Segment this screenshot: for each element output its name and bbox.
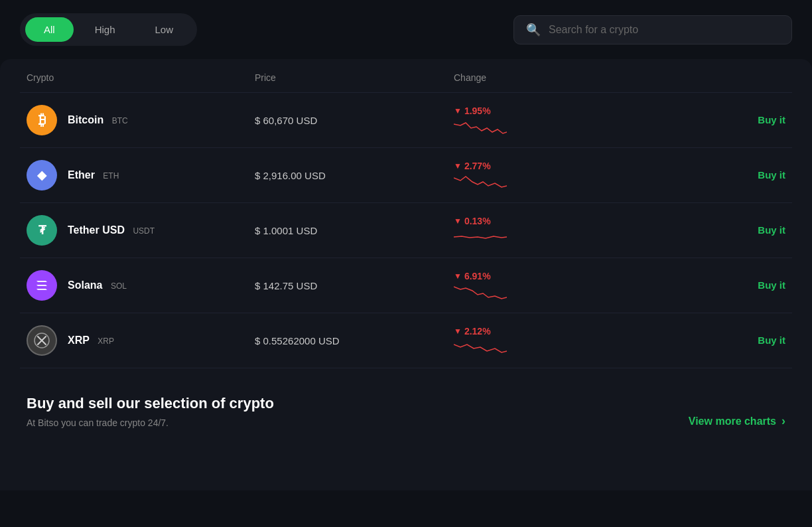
chevron-right-icon: ›: [781, 414, 785, 428]
table-row: ₿ Bitcoin BTC $ 60,670 USD ▼ 1.95% Buy i…: [20, 93, 792, 148]
filter-tabs: All High Low: [20, 13, 197, 46]
tether-change-cell: ▼ 0.13%: [454, 216, 653, 245]
down-arrow-icon: ▼: [454, 106, 462, 115]
bitcoin-sparkline: [454, 119, 507, 135]
bitcoin-buy-button[interactable]: Buy it: [758, 114, 785, 125]
table-row: XRP XRP $ 0.55262000 USD ▼ 2.12% Buy it: [20, 313, 792, 368]
table-header: Crypto Price Change: [20, 59, 792, 93]
main-content: Crypto Price Change ₿ Bitcoin BTC $ 60,6…: [0, 59, 812, 490]
solana-buy-button[interactable]: Buy it: [758, 279, 785, 291]
view-more-charts-link[interactable]: View more charts ›: [689, 414, 785, 428]
filter-all[interactable]: All: [25, 17, 74, 42]
bitcoin-icon: ₿: [27, 105, 57, 135]
xrp-change: ▼ 2.12%: [454, 326, 653, 337]
down-arrow-icon: ▼: [454, 271, 462, 281]
ether-sparkline: [454, 174, 507, 190]
tether-ticker: USDT: [133, 226, 155, 236]
ether-ticker: ETH: [103, 171, 119, 181]
xrp-buy-cell: Buy it: [653, 335, 785, 346]
ether-change: ▼ 2.77%: [454, 161, 653, 171]
crypto-info-bitcoin: ₿ Bitcoin BTC: [27, 105, 255, 135]
view-more-label: View more charts: [689, 415, 776, 427]
footer-text: Buy and sell our selection of crypto At …: [27, 395, 274, 428]
xrp-change-cell: ▼ 2.12%: [454, 326, 653, 355]
footer-section: Buy and sell our selection of crypto At …: [20, 368, 792, 428]
solana-buy-cell: Buy it: [653, 279, 785, 291]
filter-high[interactable]: High: [76, 17, 134, 42]
xrp-price: $ 0.55262000 USD: [255, 335, 454, 346]
bitcoin-ticker: BTC: [112, 116, 128, 125]
xrp-ticker: XRP: [98, 337, 114, 346]
solana-change: ▼ 6.91%: [454, 271, 653, 281]
solana-name: Solana: [68, 279, 102, 291]
col-crypto: Crypto: [27, 72, 255, 83]
crypto-info-ether: ◆ Ether ETH: [27, 160, 255, 190]
ether-buy-cell: Buy it: [653, 169, 785, 181]
col-change: Change: [454, 72, 653, 83]
filter-low[interactable]: Low: [137, 17, 192, 42]
solana-change-cell: ▼ 6.91%: [454, 271, 653, 300]
tether-buy-cell: Buy it: [653, 224, 785, 236]
top-bar: All High Low 🔍: [0, 0, 812, 59]
footer-heading: Buy and sell our selection of crypto: [27, 395, 274, 412]
down-arrow-icon: ▼: [454, 216, 462, 226]
col-price: Price: [255, 72, 454, 83]
crypto-info-solana: Solana SOL: [27, 270, 255, 301]
table-row: ₮ Tether USD USDT $ 1.0001 USD ▼ 0.13% B…: [20, 203, 792, 258]
crypto-info-tether: ₮ Tether USD USDT: [27, 215, 255, 246]
down-arrow-icon: ▼: [454, 161, 462, 171]
table-row: ◆ Ether ETH $ 2,916.00 USD ▼ 2.77% Buy i…: [20, 148, 792, 203]
search-input[interactable]: [549, 24, 779, 36]
bitcoin-change: ▼ 1.95%: [454, 106, 653, 116]
crypto-info-xrp: XRP XRP: [27, 325, 255, 356]
ether-change-cell: ▼ 2.77%: [454, 161, 653, 190]
ether-buy-button[interactable]: Buy it: [758, 169, 785, 181]
bitcoin-change-cell: ▼ 1.95%: [454, 106, 653, 135]
table-row: Solana SOL $ 142.75 USD ▼ 6.91% Buy it: [20, 258, 792, 313]
bitcoin-buy-cell: Buy it: [653, 114, 785, 126]
bitcoin-name: Bitcoin: [68, 114, 103, 125]
bitcoin-price: $ 60,670 USD: [255, 115, 454, 126]
xrp-sparkline: [454, 339, 507, 355]
tether-name: Tether USD: [68, 224, 125, 236]
xrp-buy-button[interactable]: Buy it: [758, 335, 785, 346]
tether-price: $ 1.0001 USD: [255, 225, 454, 236]
ether-icon: ◆: [27, 160, 57, 190]
solana-icon: [27, 270, 57, 301]
tether-icon: ₮: [27, 215, 57, 246]
tether-change: ▼ 0.13%: [454, 216, 653, 226]
tether-buy-button[interactable]: Buy it: [758, 224, 785, 236]
xrp-icon: [27, 325, 57, 356]
ether-name: Ether: [68, 169, 95, 181]
xrp-name: XRP: [68, 335, 90, 346]
col-action: [653, 72, 785, 83]
down-arrow-icon: ▼: [454, 327, 462, 336]
solana-ticker: SOL: [111, 281, 127, 291]
footer-subtext: At Bitso you can trade crypto 24/7.: [27, 417, 274, 428]
ether-price: $ 2,916.00 USD: [255, 170, 454, 181]
solana-sparkline: [454, 284, 507, 300]
tether-sparkline: [454, 229, 507, 245]
search-icon: 🔍: [526, 23, 541, 37]
solana-price: $ 142.75 USD: [255, 280, 454, 291]
search-container: 🔍: [513, 15, 792, 44]
